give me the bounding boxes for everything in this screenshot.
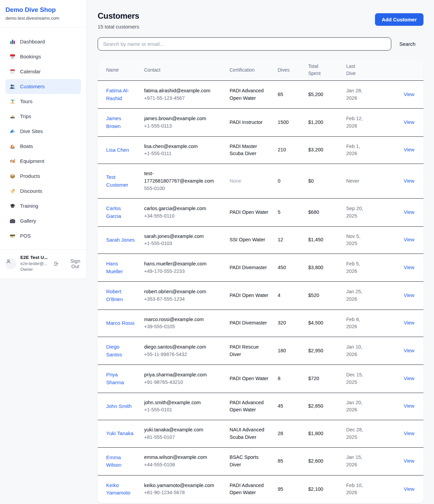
view-customer-link[interactable]: View	[404, 320, 414, 325]
view-customer-link[interactable]: View	[404, 486, 414, 492]
customer-phone: +1-555-0101	[144, 406, 221, 414]
customer-last-dive: Jan 10, 2026	[346, 343, 367, 358]
customer-total-spent: $2,950	[308, 348, 323, 353]
trips-icon	[9, 113, 16, 119]
customer-last-dive: Feb 12, 2026	[346, 115, 367, 130]
sidebar-item-calendar[interactable]: Calendar	[5, 64, 81, 79]
customer-total-spent: $3,800	[308, 265, 323, 270]
sidebar-item-label: Equipment	[20, 157, 44, 165]
search-button[interactable]: Search	[391, 41, 423, 47]
view-customer-link[interactable]: View	[404, 119, 414, 125]
sidebar-item-dashboard[interactable]: Dashboard	[5, 34, 81, 49]
view-customer-link[interactable]: View	[404, 403, 414, 409]
bookings-icon: 17	[9, 54, 16, 60]
view-customer-link[interactable]: View	[404, 348, 414, 353]
view-customer-link[interactable]: View	[404, 178, 414, 184]
customer-count: 15 total customers	[98, 24, 139, 30]
column-header-dives: Dives	[278, 59, 308, 81]
sidebar-item-label: Trips	[20, 112, 31, 120]
sidebar-item-gallery[interactable]: Gallery	[5, 213, 81, 228]
customer-name-link[interactable]: Fatima Al-Rashid	[106, 87, 136, 102]
customer-total-spent: $2,100	[308, 486, 323, 492]
column-header-total-spent: Total Spent	[308, 59, 346, 81]
search-bar: Search	[98, 37, 423, 51]
customer-name-link[interactable]: Emma Wilson	[106, 454, 136, 469]
customer-dives: 85	[278, 458, 283, 464]
customer-dives: 65	[278, 92, 283, 97]
customer-name-link[interactable]: Hans Mueller	[106, 260, 136, 275]
sidebar-item-dive-sites[interactable]: Dive Sites	[5, 124, 81, 139]
sidebar-item-boats[interactable]: Boats	[5, 139, 81, 154]
customer-certification: PADI Rescue Diver	[230, 344, 259, 357]
customer-certification: PADI Advanced Open Water	[230, 88, 264, 101]
table-row: John Smith john.smith@example.com +1-555…	[98, 393, 423, 420]
search-input[interactable]	[98, 37, 391, 51]
customer-name-link[interactable]: James Brown	[106, 115, 136, 130]
customer-certification: PADI Open Water	[230, 209, 268, 215]
view-customer-link[interactable]: View	[404, 458, 414, 464]
boats-icon	[9, 143, 16, 149]
customer-name-link[interactable]: Yuki Tanaka	[106, 430, 134, 437]
table-row: Yuki Tanaka yuki.tanaka@example.com +81-…	[98, 420, 423, 448]
view-customer-link[interactable]: View	[404, 237, 414, 242]
customer-name-link[interactable]: Carlos Garcia	[106, 205, 136, 220]
sidebar-item-trips[interactable]: Trips	[5, 109, 81, 124]
sidebar-item-training[interactable]: Training	[5, 199, 81, 213]
sidebar-item-products[interactable]: Products	[5, 169, 81, 184]
customer-name-link[interactable]: Robert O'Brien	[106, 288, 136, 303]
customer-email: keiko.yamamoto@example.com	[144, 482, 221, 489]
customer-name-link[interactable]: Priya Sharma	[106, 371, 136, 386]
customer-total-spent: $2,850	[308, 403, 323, 409]
user-email: e2e-tester@...	[20, 261, 50, 267]
view-customer-link[interactable]: View	[404, 92, 414, 97]
sidebar-item-label: Dive Sites	[20, 127, 43, 135]
table-row: Carlos Garcia carlos.garcia@example.com …	[98, 199, 423, 226]
page-title: Customers	[98, 11, 139, 21]
customer-phone: +1-555-0111	[144, 150, 221, 157]
customer-name-link[interactable]: Sarah Jones	[106, 236, 135, 244]
view-customer-link[interactable]: View	[404, 431, 414, 436]
view-customer-link[interactable]: View	[404, 209, 414, 215]
table-row: Test Customer test-1772681807767@example…	[98, 164, 423, 199]
customer-name-link[interactable]: John Smith	[106, 403, 132, 410]
customer-dives: 210	[278, 147, 286, 152]
view-customer-link[interactable]: View	[404, 265, 414, 270]
customer-phone: +55-11-99876-5432	[144, 351, 221, 358]
sidebar-item-label: POS	[20, 232, 31, 240]
customer-email: emma.wilson@example.com	[144, 454, 221, 461]
customer-dives: 28	[278, 431, 283, 436]
user-info: E2E Test U... e2e-tester@... Owner	[20, 255, 50, 273]
view-customer-link[interactable]: View	[404, 147, 414, 152]
sidebar-item-equipment[interactable]: Equipment	[5, 154, 81, 169]
sidebar-item-customers[interactable]: Customers	[5, 79, 81, 94]
customer-last-dive: Feb 8, 2026	[346, 316, 367, 331]
customer-phone: +81-90-1234-5678	[144, 489, 221, 497]
customer-certification: PADI Divemaster	[230, 320, 267, 325]
sign-out-label: Sign Out	[70, 258, 80, 269]
customer-name-link[interactable]: Lisa Chen	[106, 146, 129, 154]
sign-out-button[interactable]: Sign Out	[54, 258, 81, 269]
sidebar-item-discounts[interactable]: Discounts	[5, 184, 81, 199]
customer-total-spent: $5,200	[308, 92, 323, 97]
customer-email: robert.obrien@example.com	[144, 288, 221, 296]
customer-name-link[interactable]: Diego Santos	[106, 343, 136, 358]
customer-name-link[interactable]: Test Customer	[106, 173, 136, 189]
sidebar-nav: Dashboard 17 Bookings Calendar Customers…	[0, 27, 86, 249]
customer-certification: PADI Open Water	[230, 376, 268, 381]
sidebar-item-bookings[interactable]: 17 Bookings	[5, 49, 81, 64]
customer-name-link[interactable]: Keiko Yamamoto	[106, 482, 136, 497]
customer-phone: +91-98765-43210	[144, 379, 221, 386]
table-row: Lisa Chen lisa.chen@example.com +1-555-0…	[98, 136, 423, 164]
shop-name[interactable]: Demo Dive Shop	[5, 6, 81, 14]
sidebar-item-tours[interactable]: Tours	[5, 94, 81, 109]
sidebar-item-label: Products	[20, 172, 40, 180]
customer-last-dive: Sep 20, 2025	[346, 205, 367, 220]
customer-certification: PADI Divemaster	[230, 265, 267, 270]
customer-name-link[interactable]: Marco Rossi	[106, 319, 134, 327]
sidebar-item-pos[interactable]: POS	[5, 228, 81, 243]
view-customer-link[interactable]: View	[404, 293, 414, 298]
add-customer-button[interactable]: Add Customer	[375, 13, 423, 26]
view-customer-link[interactable]: View	[404, 376, 414, 381]
customer-total-spent: $680	[308, 209, 319, 215]
customer-phone: +81-555-0107	[144, 434, 221, 441]
